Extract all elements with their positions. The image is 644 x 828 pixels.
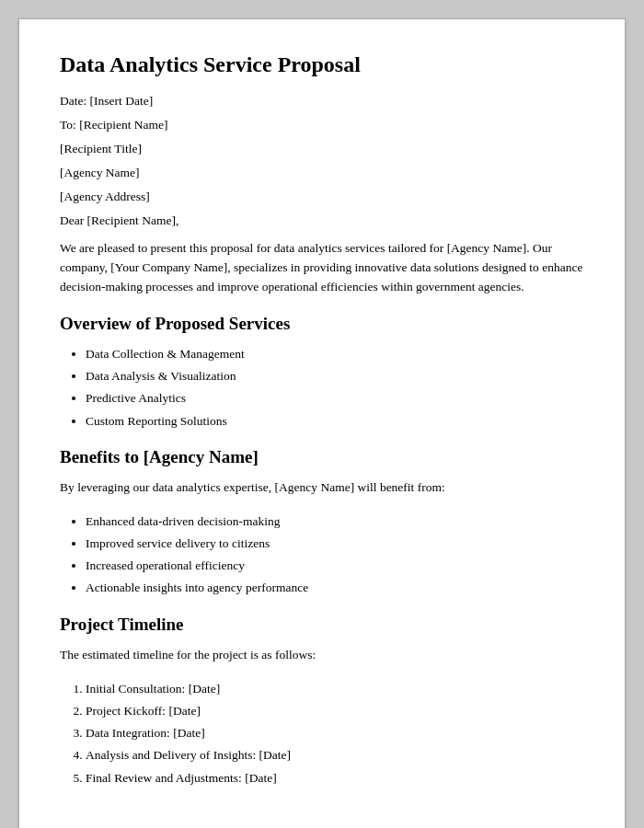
list-item: Analysis and Delivery of Insights: [Date… bbox=[86, 746, 584, 765]
date-line: Date: [Insert Date] bbox=[60, 94, 584, 109]
section-heading-benefits: Benefits to [Agency Name] bbox=[60, 447, 584, 467]
to-line: To: [Recipient Name] bbox=[60, 118, 584, 132]
benefits-intro: By leveraging our data analytics experti… bbox=[60, 478, 584, 498]
benefits-list: Enhanced data-driven decision-making Imp… bbox=[86, 512, 584, 598]
document-container: Data Analytics Service Proposal Date: [I… bbox=[18, 18, 626, 828]
section-heading-timeline: Project Timeline bbox=[60, 615, 584, 635]
list-item: Increased operational efficiency bbox=[86, 557, 584, 575]
list-item: Project Kickoff: [Date] bbox=[86, 702, 584, 720]
salutation: Dear [Recipient Name], bbox=[60, 213, 584, 228]
list-item: Initial Consultation: [Date] bbox=[86, 680, 584, 698]
list-item: Data Collection & Management bbox=[86, 345, 584, 363]
intro-paragraph: We are pleased to present this proposal … bbox=[60, 239, 584, 297]
agency-name-line: [Agency Name] bbox=[60, 166, 584, 180]
section-heading-overview: Overview of Proposed Services bbox=[60, 314, 584, 334]
list-item: Actionable insights into agency performa… bbox=[86, 579, 584, 597]
list-item: Data Analysis & Visualization bbox=[86, 367, 584, 385]
agency-address-line: [Agency Address] bbox=[60, 190, 584, 204]
recipient-title-line: [Recipient Title] bbox=[60, 142, 584, 156]
overview-list: Data Collection & Management Data Analys… bbox=[86, 345, 584, 431]
timeline-intro: The estimated timeline for the project i… bbox=[60, 646, 584, 665]
document-title: Data Analytics Service Proposal bbox=[60, 52, 584, 77]
list-item: Custom Reporting Solutions bbox=[86, 412, 584, 431]
list-item: Predictive Analytics bbox=[86, 389, 584, 408]
list-item: Enhanced data-driven decision-making bbox=[86, 512, 584, 531]
list-item: Improved service delivery to citizens bbox=[86, 535, 584, 553]
list-item: Final Review and Adjustments: [Date] bbox=[86, 769, 584, 788]
timeline-list: Initial Consultation: [Date] Project Kic… bbox=[86, 680, 584, 788]
list-item: Data Integration: [Date] bbox=[86, 724, 584, 742]
